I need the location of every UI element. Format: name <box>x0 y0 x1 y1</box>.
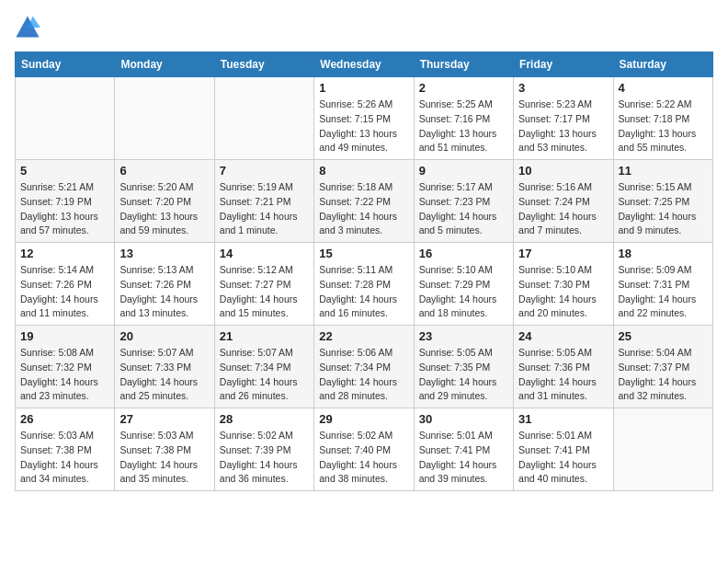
sunrise-text: Sunrise: 5:26 AM <box>319 98 392 109</box>
daylight-text: Daylight: 14 hours and 35 minutes. <box>119 459 198 485</box>
calendar-day-10: 10Sunrise: 5:16 AMSunset: 7:24 PMDayligh… <box>514 160 613 243</box>
day-info: Sunrise: 5:03 AMSunset: 7:38 PMDaylight:… <box>119 429 209 487</box>
day-info: Sunrise: 5:26 AMSunset: 7:15 PMDaylight:… <box>319 98 408 155</box>
day-number: 25 <box>619 329 708 343</box>
sunrise-text: Sunrise: 5:11 AM <box>319 264 392 275</box>
day-info: Sunrise: 5:16 AMSunset: 7:24 PMDaylight:… <box>518 180 608 238</box>
day-info: Sunrise: 5:11 AMSunset: 7:28 PMDaylight:… <box>319 263 408 321</box>
calendar-day-9: 9Sunrise: 5:17 AMSunset: 7:23 PMDaylight… <box>414 160 513 243</box>
sunrise-text: Sunrise: 5:15 AM <box>619 181 692 192</box>
sunset-text: Sunset: 7:31 PM <box>619 279 690 290</box>
sunset-text: Sunset: 7:19 PM <box>20 196 92 207</box>
daylight-text: Daylight: 13 hours and 57 minutes. <box>20 211 98 236</box>
calendar-day-19: 19Sunrise: 5:08 AMSunset: 7:32 PMDayligh… <box>16 326 115 408</box>
sunset-text: Sunset: 7:20 PM <box>119 196 191 207</box>
day-info: Sunrise: 5:17 AMSunset: 7:23 PMDaylight:… <box>419 180 508 238</box>
day-number: 19 <box>20 329 109 343</box>
daylight-text: Daylight: 14 hours and 29 minutes. <box>419 376 497 402</box>
sunset-text: Sunset: 7:38 PM <box>20 444 92 455</box>
sunrise-text: Sunrise: 5:05 AM <box>518 347 592 358</box>
calendar-day-16: 16Sunrise: 5:10 AMSunset: 7:29 PMDayligh… <box>414 243 513 326</box>
day-number: 5 <box>20 164 109 178</box>
day-number: 12 <box>20 247 109 260</box>
day-number: 7 <box>220 164 309 178</box>
weekday-header-thursday: Thursday <box>414 52 513 77</box>
day-number: 18 <box>619 247 708 260</box>
sunrise-text: Sunrise: 5:09 AM <box>619 264 692 275</box>
day-number: 8 <box>319 164 408 178</box>
calendar-week-3: 12Sunrise: 5:14 AMSunset: 7:26 PMDayligh… <box>16 243 713 326</box>
calendar-day-6: 6Sunrise: 5:20 AMSunset: 7:20 PMDaylight… <box>115 160 214 243</box>
weekday-header-wednesday: Wednesday <box>314 52 414 77</box>
sunrise-text: Sunrise: 5:23 AM <box>518 98 592 109</box>
daylight-text: Daylight: 14 hours and 34 minutes. <box>20 459 98 485</box>
daylight-text: Daylight: 14 hours and 26 minutes. <box>220 376 298 402</box>
day-number: 11 <box>619 164 708 178</box>
empty-cell <box>16 77 115 160</box>
sunrise-text: Sunrise: 5:02 AM <box>319 430 392 441</box>
daylight-text: Daylight: 14 hours and 22 minutes. <box>619 293 697 319</box>
sunrise-text: Sunrise: 5:01 AM <box>518 430 592 441</box>
sunset-text: Sunset: 7:26 PM <box>20 279 92 290</box>
calendar-day-22: 22Sunrise: 5:06 AMSunset: 7:34 PMDayligh… <box>314 326 414 408</box>
daylight-text: Daylight: 14 hours and 32 minutes. <box>619 376 697 402</box>
sunrise-text: Sunrise: 5:22 AM <box>619 98 692 109</box>
calendar-day-31: 31Sunrise: 5:01 AMSunset: 7:41 PMDayligh… <box>514 408 613 491</box>
daylight-text: Daylight: 14 hours and 5 minutes. <box>419 211 497 236</box>
sunrise-text: Sunrise: 5:04 AM <box>619 347 692 358</box>
calendar-day-17: 17Sunrise: 5:10 AMSunset: 7:30 PMDayligh… <box>514 243 613 326</box>
sunset-text: Sunset: 7:37 PM <box>619 362 690 373</box>
day-info: Sunrise: 5:03 AMSunset: 7:38 PMDaylight:… <box>20 429 109 487</box>
sunset-text: Sunset: 7:34 PM <box>319 362 391 373</box>
logo <box>15 15 44 40</box>
day-number: 17 <box>518 247 608 260</box>
weekday-header-saturday: Saturday <box>613 52 712 77</box>
calendar-day-25: 25Sunrise: 5:04 AMSunset: 7:37 PMDayligh… <box>613 326 712 408</box>
daylight-text: Daylight: 14 hours and 16 minutes. <box>319 293 397 319</box>
calendar-day-18: 18Sunrise: 5:09 AMSunset: 7:31 PMDayligh… <box>613 243 712 326</box>
sunrise-text: Sunrise: 5:08 AM <box>20 347 94 358</box>
sunrise-text: Sunrise: 5:19 AM <box>220 181 293 192</box>
calendar-day-28: 28Sunrise: 5:02 AMSunset: 7:39 PMDayligh… <box>214 408 313 491</box>
day-number: 22 <box>319 329 408 343</box>
day-info: Sunrise: 5:14 AMSunset: 7:26 PMDaylight:… <box>20 263 109 321</box>
sunrise-text: Sunrise: 5:10 AM <box>419 264 493 275</box>
day-info: Sunrise: 5:13 AMSunset: 7:26 PMDaylight:… <box>119 263 209 321</box>
day-number: 4 <box>619 81 708 95</box>
sunset-text: Sunset: 7:16 PM <box>419 113 491 124</box>
daylight-text: Daylight: 14 hours and 1 minute. <box>220 211 298 236</box>
calendar-day-15: 15Sunrise: 5:11 AMSunset: 7:28 PMDayligh… <box>314 243 414 326</box>
day-info: Sunrise: 5:10 AMSunset: 7:30 PMDaylight:… <box>518 263 608 321</box>
daylight-text: Daylight: 14 hours and 7 minutes. <box>518 211 597 236</box>
day-info: Sunrise: 5:20 AMSunset: 7:20 PMDaylight:… <box>119 180 209 238</box>
sunrise-text: Sunrise: 5:20 AM <box>119 181 193 192</box>
sunrise-text: Sunrise: 5:12 AM <box>220 264 293 275</box>
sunrise-text: Sunrise: 5:06 AM <box>319 347 392 358</box>
daylight-text: Daylight: 14 hours and 38 minutes. <box>319 459 397 485</box>
sunset-text: Sunset: 7:15 PM <box>319 113 391 124</box>
sunset-text: Sunset: 7:26 PM <box>119 279 191 290</box>
day-info: Sunrise: 5:05 AMSunset: 7:35 PMDaylight:… <box>419 346 508 404</box>
sunrise-text: Sunrise: 5:02 AM <box>220 430 293 441</box>
sunset-text: Sunset: 7:34 PM <box>220 362 291 373</box>
calendar-day-5: 5Sunrise: 5:21 AMSunset: 7:19 PMDaylight… <box>16 160 115 243</box>
sunrise-text: Sunrise: 5:18 AM <box>319 181 392 192</box>
daylight-text: Daylight: 14 hours and 9 minutes. <box>619 211 697 236</box>
calendar-week-4: 19Sunrise: 5:08 AMSunset: 7:32 PMDayligh… <box>16 326 713 408</box>
daylight-text: Daylight: 14 hours and 3 minutes. <box>319 211 397 236</box>
calendar-day-13: 13Sunrise: 5:13 AMSunset: 7:26 PMDayligh… <box>115 243 214 326</box>
sunset-text: Sunset: 7:35 PM <box>419 362 491 373</box>
day-number: 14 <box>220 247 309 260</box>
daylight-text: Daylight: 14 hours and 28 minutes. <box>319 376 397 402</box>
weekday-header-sunday: Sunday <box>16 52 115 77</box>
sunset-text: Sunset: 7:18 PM <box>619 113 690 124</box>
sunrise-text: Sunrise: 5:03 AM <box>119 430 193 441</box>
sunset-text: Sunset: 7:39 PM <box>220 444 291 455</box>
daylight-text: Daylight: 14 hours and 15 minutes. <box>220 293 298 319</box>
day-number: 24 <box>518 329 608 343</box>
day-info: Sunrise: 5:08 AMSunset: 7:32 PMDaylight:… <box>20 346 109 404</box>
day-number: 13 <box>119 247 209 260</box>
day-info: Sunrise: 5:02 AMSunset: 7:40 PMDaylight:… <box>319 429 408 487</box>
calendar-body: 1Sunrise: 5:26 AMSunset: 7:15 PMDaylight… <box>16 77 713 491</box>
sunset-text: Sunset: 7:23 PM <box>419 196 491 207</box>
